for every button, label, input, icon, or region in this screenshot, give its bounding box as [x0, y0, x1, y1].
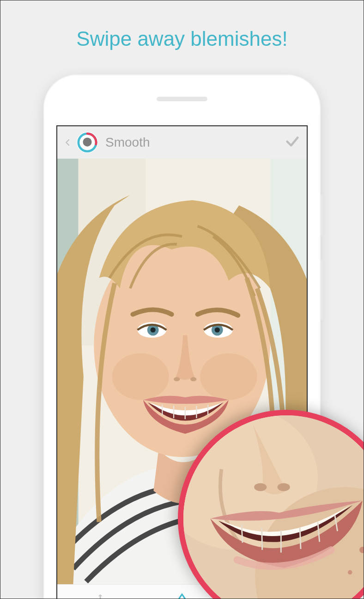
- magnifier-closeup: [183, 415, 364, 599]
- svg-point-15: [174, 377, 180, 381]
- svg-line-33: [300, 527, 301, 549]
- drop-icon: [174, 593, 190, 599]
- svg-point-14: [215, 327, 220, 333]
- svg-point-29: [278, 483, 290, 491]
- app-topbar: Smooth: [57, 126, 307, 159]
- chevron-left-icon: [64, 138, 72, 147]
- promo-frame: Swipe away blemishes!: [0, 0, 364, 599]
- svg-point-8: [200, 353, 257, 400]
- svg-point-28: [254, 483, 267, 491]
- phone-power-button: [321, 195, 323, 236]
- svg-point-7: [112, 353, 169, 400]
- app-logo[interactable]: [77, 132, 98, 153]
- svg-point-26: [348, 570, 352, 575]
- check-icon: [285, 134, 300, 149]
- back-button[interactable]: [64, 138, 72, 147]
- move-icon: [92, 593, 108, 599]
- tool-move[interactable]: Move: [59, 587, 141, 599]
- phone-volume-button: [321, 259, 323, 320]
- confirm-button[interactable]: [285, 134, 300, 151]
- facetune-logo-icon: [77, 132, 98, 153]
- topbar-title: Smooth: [105, 135, 280, 150]
- svg-line-31: [262, 528, 262, 550]
- svg-line-30: [242, 525, 243, 543]
- promo-headline: Swipe away blemishes!: [0, 0, 364, 50]
- svg-point-16: [190, 377, 196, 381]
- svg-point-11: [151, 327, 156, 333]
- phone-earpiece: [157, 97, 207, 101]
